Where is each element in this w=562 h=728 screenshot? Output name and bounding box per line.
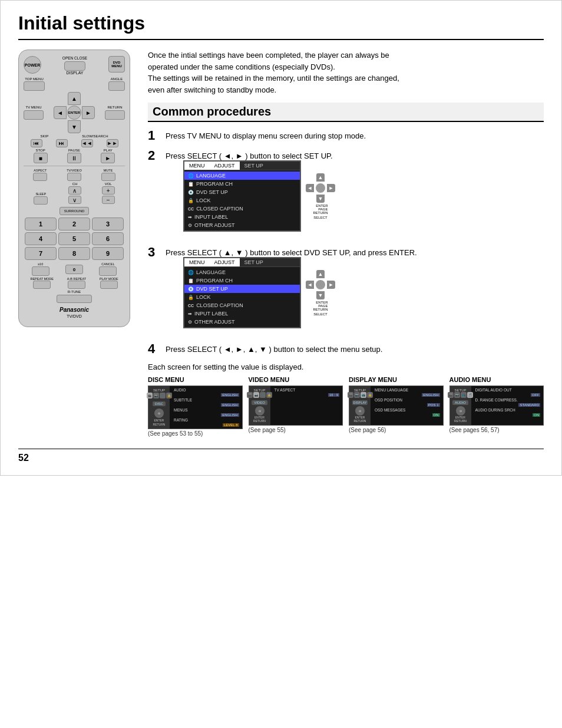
num-5-button[interactable]: 5 [58, 232, 90, 245]
menu-item-other-1: ⚙ OTHER ADJUST [184, 221, 300, 229]
num-2-button[interactable]: 2 [58, 218, 90, 230]
brand-name: Panasonic [24, 307, 125, 313]
stop-button[interactable]: ■ [34, 153, 48, 163]
aspect-button[interactable] [33, 173, 47, 181]
r-tune-label: R-TUNE [24, 290, 125, 294]
menu-item-dvd-1: 💿 DVD SET UP [184, 188, 300, 196]
stop-pause-play: STOP ■ PAUSE ⏸ PLAY ► [24, 149, 125, 163]
rew-button[interactable]: ◄◄ [81, 139, 93, 147]
menu-screen-2: MENU ADJUST SET UP 🌐 LANGUAGE 📋 [183, 257, 301, 328]
sleep-button[interactable] [34, 196, 48, 205]
prev-button[interactable]: ⏮ [31, 139, 42, 147]
menu-screen-1: MENU ADJUST SET UP 🌐 LANGUAGE 📋 [183, 160, 301, 232]
num-7-button[interactable]: 7 [25, 247, 57, 260]
nav-dpad-1: ▲ ▼ ◄ ► [306, 173, 335, 203]
page-title: Initial settings [18, 12, 544, 40]
enter-button[interactable]: ENTER [67, 106, 81, 120]
top-menu-angle-row: TOP MENU ANGLE [24, 77, 125, 91]
disc-menu-screen: SETUP 🎬 📷 🎵 🔒 DISC ⊙ [148, 386, 243, 429]
top-menu-button[interactable] [24, 81, 45, 91]
dpad-area: TV MENU ▲ ▼ ◄ ► ENTER RETURN [24, 92, 125, 133]
return-button[interactable] [105, 110, 125, 120]
transport-row: ⏮ ⏭ ◄◄ ►► [24, 139, 125, 147]
step-1: 1 Press TV MENU to display menu screen d… [148, 129, 544, 142]
display-enter-button[interactable]: ⊙ [355, 406, 365, 416]
numpad: 1 2 3 4 5 6 7 8 9 [25, 218, 124, 260]
section-title: Common procedures [148, 103, 544, 122]
disc-enter-button[interactable]: ⊙ [154, 409, 164, 418]
audio-see-pages: (See pages 56, 57) [449, 427, 544, 433]
dvd-menu-button[interactable]: DVD MENU [108, 56, 125, 73]
repeat-mode-button[interactable] [33, 281, 51, 289]
menu2-mockup: MENU ADJUST SET UP 🌐 LANGUAGE 📋 [183, 257, 544, 328]
tv-menu-button[interactable] [24, 110, 44, 120]
menu-item-language-1: 🌐 LANGUAGE [184, 172, 300, 180]
menu-header-2: MENU ADJUST SET UP [184, 258, 300, 267]
dpad-up[interactable]: ▲ [68, 92, 81, 105]
disc-see-pages: (See pages 53 to 55) [148, 430, 243, 437]
video-see-pages: (See page 55) [249, 427, 343, 433]
menu-tab-adjust-1: MENU [184, 162, 210, 170]
power-button[interactable]: POWER [24, 56, 41, 74]
num-9-button[interactable]: 9 [92, 247, 124, 260]
menu-item-input-2: ➡ INPUT LABEL [184, 309, 300, 318]
cancel-button[interactable] [99, 266, 117, 276]
angle-button[interactable] [108, 81, 125, 91]
display-see-pages: (See page 56) [349, 427, 444, 433]
play-button[interactable]: ► [101, 153, 115, 163]
vol-up-button[interactable]: + [102, 186, 115, 195]
dpad-left[interactable]: ◄ [54, 106, 67, 119]
menu-item-dvd-2: 💿 DVD SET UP [184, 285, 300, 293]
repeat-mode-row: REPEAT MODE A-B REPEAT PLAY MODE [24, 277, 125, 289]
surround-area: SURROUND [24, 206, 125, 215]
num-6-button[interactable]: 6 [92, 232, 124, 245]
page-number: 52 [18, 449, 544, 463]
tv-video-button[interactable] [67, 173, 81, 181]
step-4-area: 4 Press SELECT ( ◄, ►, ▲, ▼ ) button to … [148, 342, 544, 437]
ch-down-button[interactable]: ∨ [68, 196, 81, 204]
pause-button[interactable]: ⏸ [67, 153, 81, 163]
step-3: 3 Press SELECT ( ▲, ▼ ) button to select… [148, 246, 544, 335]
fwd-button[interactable]: ⏭ [56, 139, 68, 147]
video-menu-screen: SETUP 🎬 📷 🎵 🔒 VIDEO ⊙ [249, 386, 343, 426]
display-menu-column: DISPLAY MENU SETUP 🎬 📷 📺 🔒 DIS [349, 376, 444, 437]
num-4-button[interactable]: 4 [25, 232, 57, 245]
menu-items-1: 🌐 LANGUAGE 📋 PROGRAM CH 💿 DVD SET UP [184, 170, 300, 230]
audio-menu-column: AUDIO MENU SETUP 🎬 📷 📺 🎵 AUDIO [449, 376, 544, 437]
dpad-down[interactable]: ▼ [68, 120, 81, 133]
num-8-button[interactable]: 8 [58, 247, 90, 260]
audio-menu-screen: SETUP 🎬 📷 📺 🎵 AUDIO ⊙ [449, 386, 544, 426]
num-1-button[interactable]: 1 [25, 218, 57, 230]
num-0-button[interactable]: 0 [65, 265, 83, 274]
step-2: 2 Press SELECT ( ◄, ► ) button to select… [148, 149, 544, 239]
skip-slow-labels: SKIP SLOW/SEARCH [24, 134, 125, 138]
remote-top-area: POWER OPEN CLOSE DISPLAY DVD MENU [24, 56, 125, 75]
main-content: POWER OPEN CLOSE DISPLAY DVD MENU [18, 50, 544, 437]
ff-button[interactable]: ►► [107, 139, 118, 147]
r-tune-button[interactable] [57, 295, 92, 303]
display-menu-screen: SETUP 🎬 📷 📺 🔒 DISPLAY ⊙ [349, 386, 444, 426]
surround-button[interactable]: SURROUND [59, 207, 89, 215]
play-mode-button[interactable] [100, 281, 118, 289]
display-button[interactable] [64, 61, 85, 71]
ab-repeat-button[interactable] [68, 281, 85, 289]
num-3-button[interactable]: 3 [92, 218, 124, 230]
menu-item-cc-2: CC CLOSED CAPTION [184, 301, 300, 309]
vol-down-button[interactable]: − [102, 196, 115, 204]
menu-item-program-1: 📋 PROGRAM CH [184, 180, 300, 188]
video-enter-button[interactable]: ⊙ [255, 406, 265, 416]
menu-item-input-1: ➡ INPUT LABEL [184, 213, 300, 221]
step-4: 4 Press SELECT ( ◄, ►, ▲, ▼ ) button to … [148, 342, 544, 355]
ge10-button[interactable] [32, 266, 49, 276]
dpad: ▲ ▼ ◄ ► ENTER [54, 92, 95, 133]
remote: POWER OPEN CLOSE DISPLAY DVD MENU [18, 50, 130, 327]
menu-items-2: 🌐 LANGUAGE 📋 PROGRAM CH 💿 DVD SET UP [184, 267, 300, 327]
audio-enter-button[interactable]: ⊙ [456, 406, 465, 416]
brand-sub: TV/DVD [24, 314, 125, 318]
menu1-mockup: MENU ADJUST SET UP 🌐 LANGUAGE 📋 [183, 160, 544, 232]
mute-button[interactable] [101, 173, 115, 181]
aspect-tv-mute-row: ASPECT TV/VIDEO MUTE [24, 169, 125, 181]
dpad-right[interactable]: ► [82, 106, 95, 119]
ch-up-button[interactable]: ∧ [68, 186, 81, 195]
bottom-numrow: ≥10 0 CANCEL [24, 262, 125, 276]
